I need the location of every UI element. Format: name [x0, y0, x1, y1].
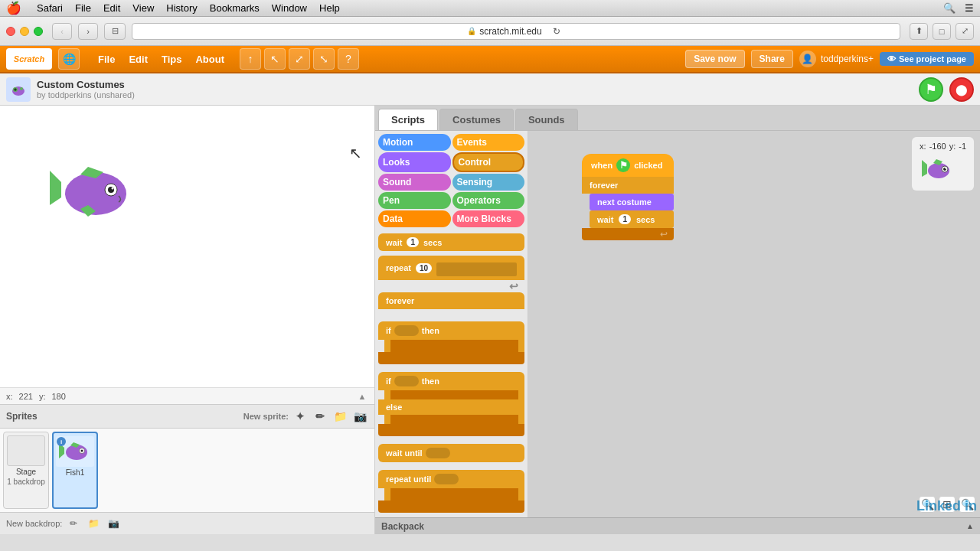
menu-about-scratch[interactable]: About — [189, 51, 230, 68]
stage-expand-button[interactable]: ▲ — [356, 390, 368, 403]
tab-scripts[interactable]: Scripts — [378, 109, 438, 130]
svg-point-22 — [945, 168, 946, 169]
menu-safari[interactable]: Safari — [37, 2, 63, 14]
wait-input[interactable]: 1 — [407, 237, 419, 247]
globe-button[interactable]: 🌐 — [58, 48, 80, 70]
back-button[interactable]: ‹ — [52, 23, 72, 40]
category-sound[interactable]: Sound — [378, 174, 451, 191]
maximize-window-button[interactable] — [34, 27, 43, 36]
wait-secs-block[interactable]: wait 1 secs — [378, 233, 524, 251]
category-control[interactable]: Control — [452, 152, 525, 172]
blocks-list: wait 1 secs repeat 10 ↩ f — [375, 230, 528, 517]
browser-right-controls: ⬆ □ ⤢ — [910, 23, 974, 40]
project-name[interactable]: Custom Costumes — [37, 79, 135, 90]
address-bar[interactable]: 🔒 scratch.mit.edu ↻ — [132, 23, 900, 40]
scratch-logo[interactable]: Scratch — [6, 48, 52, 70]
share-project-button[interactable]: Share — [751, 50, 793, 68]
backdrop-file-button[interactable]: 📁 — [85, 515, 102, 532]
new-sprite-paint-button[interactable]: ✏ — [312, 408, 328, 425]
menu-view[interactable]: View — [132, 2, 154, 14]
next-costume-block[interactable]: next costume — [590, 194, 674, 210]
if-else-top[interactable]: if then — [378, 372, 524, 390]
stop-button[interactable]: ⬤ — [949, 77, 974, 102]
when-flag-clicked-block[interactable]: when ⚑ clicked — [582, 154, 674, 177]
new-sprite-camera-button[interactable]: 📷 — [351, 408, 368, 425]
spotlight-icon[interactable]: 🔍 — [943, 2, 956, 14]
category-events[interactable]: Events — [452, 134, 525, 151]
category-operators[interactable]: Operators — [452, 192, 525, 209]
wait-canvas-input[interactable]: 1 — [619, 214, 631, 224]
tab-costumes[interactable]: Costumes — [439, 109, 514, 130]
wait-until-slot — [426, 448, 450, 458]
minimize-window-button[interactable] — [20, 27, 29, 36]
tab-overview-button[interactable]: ⊟ — [104, 23, 126, 40]
repeat-input[interactable]: 10 — [416, 263, 432, 273]
fish1-name: Fish1 — [66, 468, 84, 477]
category-sensing[interactable]: Sensing — [452, 174, 525, 191]
if-else-condition-slot — [394, 376, 419, 386]
if-condition-slot — [394, 325, 419, 336]
coords-display: x: -160 y: -1 — [920, 142, 966, 151]
category-more-blocks[interactable]: More Blocks — [452, 210, 525, 227]
pointer-tool-button[interactable]: ↖ — [264, 48, 286, 70]
close-window-button[interactable] — [6, 27, 15, 36]
sprite-panel: Sprites New sprite: ✦ ✏ 📁 📷 Stage 1 back… — [0, 404, 374, 534]
fullscreen-button[interactable]: ⤢ — [956, 23, 974, 40]
stage-thumb — [7, 435, 45, 466]
wait-secs-canvas-block[interactable]: wait 1 secs — [590, 210, 674, 228]
repeat-until-slot — [434, 474, 459, 484]
scratch-menu: File Edit Tips About — [92, 51, 230, 68]
stage-name: Stage — [16, 468, 36, 476]
forward-button[interactable]: › — [78, 23, 98, 40]
repeat-until-top[interactable]: repeat until — [378, 470, 524, 488]
category-list: Motion Events Looks Control Sound — [375, 131, 528, 230]
if-else-else-body — [384, 415, 524, 424]
category-looks[interactable]: Looks — [378, 152, 451, 172]
tab-sounds[interactable]: Sounds — [515, 109, 578, 130]
category-pen[interactable]: Pen — [378, 192, 451, 209]
new-sprite-file-button[interactable]: 📁 — [332, 408, 348, 425]
menu-tips-scratch[interactable]: Tips — [155, 51, 188, 68]
fish1-sprite-item[interactable]: i Fish1 — [52, 432, 98, 509]
backpack-bar[interactable]: Backpack ▲ — [375, 517, 980, 534]
share-button[interactable]: ⬆ — [910, 23, 928, 40]
menu-file[interactable]: File — [75, 2, 91, 14]
help-button[interactable]: ? — [338, 48, 359, 70]
cursor-indicator: ↖ — [349, 144, 362, 162]
menu-history[interactable]: History — [166, 2, 197, 14]
menu-help[interactable]: Help — [319, 2, 340, 14]
forever-block[interactable]: forever — [378, 292, 524, 309]
repeat-block[interactable]: repeat 10 ↩ — [378, 256, 524, 280]
sprite-info-badge[interactable]: i — [57, 437, 66, 446]
green-flag-button[interactable]: ⚑ — [919, 77, 943, 102]
stage-canvas[interactable]: ↖ — [0, 106, 374, 387]
sprites-list: Stage 1 backdrop i — [0, 429, 374, 512]
stage-sprite-item[interactable]: Stage 1 backdrop — [3, 432, 49, 509]
script-canvas[interactable]: when ⚑ clicked forever next costume wait — [528, 131, 980, 517]
backdrop-camera-button[interactable]: 📷 — [105, 515, 122, 532]
grow-tool-button[interactable]: ⤢ — [289, 48, 310, 70]
if-else-if-body — [384, 390, 524, 399]
menu-extras-icon[interactable]: ☰ — [965, 2, 974, 14]
apple-menu[interactable]: 🍎 — [6, 1, 21, 15]
wait-until-block[interactable]: wait until — [378, 444, 524, 462]
category-data[interactable]: Data — [378, 210, 451, 227]
user-area: 👤 toddperkins+ — [799, 51, 874, 67]
reload-button[interactable]: ↻ — [548, 23, 565, 40]
if-block-top[interactable]: if then — [378, 321, 524, 340]
menu-edit-scratch[interactable]: Edit — [122, 51, 154, 68]
upload-button[interactable]: ↑ — [240, 48, 261, 70]
backdrop-draw-button[interactable]: ✏ — [65, 515, 82, 532]
add-bookmark-button[interactable]: □ — [933, 23, 951, 40]
menu-window[interactable]: Window — [272, 2, 307, 14]
menu-edit[interactable]: Edit — [103, 2, 120, 14]
see-project-page-button[interactable]: 👁 See project page — [880, 52, 974, 66]
menu-file-scratch[interactable]: File — [92, 51, 121, 68]
category-motion[interactable]: Motion — [378, 134, 451, 151]
svg-point-4 — [15, 89, 16, 90]
new-sprite-draw-button[interactable]: ✦ — [292, 408, 309, 425]
shrink-tool-button[interactable]: ⤡ — [313, 48, 335, 70]
menu-bookmarks[interactable]: Bookmarks — [210, 2, 260, 14]
forever-label-block[interactable]: forever — [582, 177, 674, 194]
save-now-button[interactable]: Save now — [685, 50, 744, 68]
